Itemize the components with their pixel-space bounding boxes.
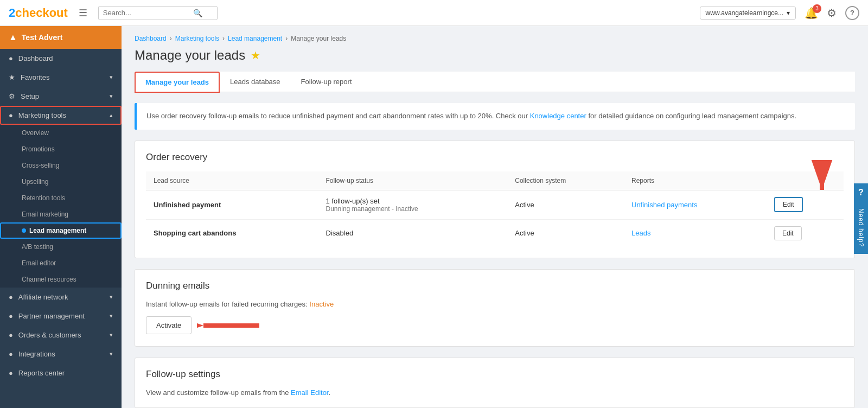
sidebar-item-setup[interactable]: ⚙ Setup ▾ — [0, 87, 122, 106]
report-unfinished: Unfinished payments — [624, 190, 767, 219]
info-text-after: for detailed guidance on configuring lea… — [586, 112, 796, 120]
app-logo: 2checkout — [9, 6, 68, 20]
breadcrumb-current: Manage your leads — [291, 35, 346, 42]
sidebar-sub-ab-testing[interactable]: A/B testing — [0, 239, 122, 255]
report-shopping-cart: Leads — [624, 219, 767, 247]
email-editor-link[interactable]: Email Editor — [291, 388, 328, 397]
lead-source-shopping-cart: Shopping cart abandons — [146, 219, 318, 247]
breadcrumb-lead-management[interactable]: Lead management — [228, 35, 282, 42]
sidebar-label-dashboard: Dashboard — [18, 54, 53, 62]
tab-manage-leads[interactable]: Manage your leads — [135, 72, 220, 93]
edit-button-unfinished[interactable]: Edit — [774, 197, 803, 212]
sidebar-item-favorites[interactable]: ★ Favorites ▾ — [0, 68, 122, 87]
sidebar-sub-email-marketing[interactable]: Email marketing — [0, 206, 122, 222]
sidebar-item-partner-management[interactable]: ● Partner management ▾ — [0, 307, 122, 326]
sidebar-sub-retention-tools[interactable]: Retention tools — [0, 190, 122, 206]
header-right: www.avangatelearningce... ▾ 🔔 3 ⚙ ? — [700, 6, 859, 20]
red-arrow-left-indicator — [197, 316, 262, 335]
sidebar-label-marketing-tools: Marketing tools — [18, 111, 66, 119]
report-link-unfinished-payments[interactable]: Unfinished payments — [631, 201, 697, 209]
sidebar-label-partner-management: Partner management — [18, 312, 85, 320]
dashboard-icon: ● — [9, 54, 13, 62]
edit-button-shopping-cart[interactable]: Edit — [774, 226, 802, 240]
main-content: Dashboard › Marketing tools › Lead manag… — [122, 26, 868, 408]
breadcrumb: Dashboard › Marketing tools › Lead manag… — [135, 35, 855, 42]
chevron-icon: ▾ — [110, 313, 113, 320]
knowledge-center-link[interactable]: Knowledge center — [530, 112, 586, 120]
sidebar-sub-lead-management[interactable]: Lead management — [0, 222, 122, 239]
tab-leads-database[interactable]: Leads database — [220, 72, 291, 92]
followup-line1: 1 follow-up(s) set — [326, 197, 500, 205]
lead-source-unfinished: Unfinished payment — [146, 190, 318, 219]
breadcrumb-dashboard[interactable]: Dashboard — [135, 35, 167, 42]
affiliate-icon: ● — [9, 293, 13, 301]
chevron-icon: ▾ — [110, 74, 113, 81]
settings-icon[interactable]: ⚙ — [827, 7, 837, 20]
activate-button[interactable]: Activate — [146, 316, 192, 334]
followup-status-shopping-cart: Disabled — [318, 219, 508, 247]
need-help-question-icon[interactable]: ? — [854, 183, 868, 202]
search-input[interactable] — [103, 9, 190, 17]
info-text-before: Use order recovery follow-up emails to r… — [146, 112, 530, 120]
dunning-description: Instant follow-up emails for failed recu… — [146, 300, 844, 308]
help-icon: ? — [850, 9, 854, 17]
setup-icon: ⚙ — [9, 92, 15, 100]
tabs-bar: Manage your leads Leads database Follow-… — [135, 72, 855, 92]
search-icon: 🔍 — [193, 9, 202, 17]
breadcrumb-sep2: › — [222, 35, 225, 42]
order-recovery-table: Lead source Follow-up status Collection … — [146, 171, 844, 247]
sidebar-sub-channel-resources[interactable]: Channel resources — [0, 271, 122, 288]
hamburger-menu[interactable]: ☰ — [79, 7, 87, 19]
breadcrumb-sep3: › — [285, 35, 288, 42]
favorites-icon: ★ — [9, 73, 15, 81]
need-help-tab[interactable]: Need help? — [854, 202, 868, 253]
followup-line2: Dunning management - Inactive — [326, 205, 500, 213]
breadcrumb-marketing-tools[interactable]: Marketing tools — [175, 35, 219, 42]
sidebar-sub-upselling[interactable]: Upselling — [0, 174, 122, 190]
notifications-button[interactable]: 🔔 3 — [805, 7, 818, 20]
sidebar-sub-cross-selling[interactable]: Cross-selling — [0, 157, 122, 174]
dunning-inactive-link[interactable]: Inactive — [309, 300, 334, 308]
followup-status-unfinished: 1 follow-up(s) set Dunning management - … — [318, 190, 508, 219]
sidebar-item-orders-customers[interactable]: ● Orders & customers ▾ — [0, 326, 122, 345]
orders-icon: ● — [9, 331, 13, 339]
red-arrow-down-indicator — [806, 160, 838, 198]
chevron-icon: ▾ — [110, 93, 113, 100]
chevron-icon: ▾ — [110, 350, 113, 358]
sidebar-item-reports-center[interactable]: ● Reports center — [0, 364, 122, 382]
account-icon: ▲ — [9, 33, 17, 42]
account-name: Test Advert — [22, 33, 62, 42]
col-reports: Reports — [624, 171, 767, 190]
followup-text-after: . — [328, 388, 330, 397]
col-lead-source: Lead source — [146, 171, 318, 190]
sidebar-sub-email-editor[interactable]: Email editor — [0, 255, 122, 271]
sidebar-label-affiliate-network: Affiliate network — [18, 293, 68, 301]
chevron-down-icon: ▾ — [787, 9, 790, 17]
sidebar-item-dashboard[interactable]: ● Dashboard — [0, 49, 122, 68]
sidebar-label-integrations: Integrations — [18, 350, 55, 358]
page-title-section: Manage your leads ★ — [135, 48, 855, 63]
sidebar-sub-promotions[interactable]: Promotions — [0, 141, 122, 157]
sidebar-item-marketing-tools[interactable]: ● Marketing tools ▴ — [0, 106, 122, 125]
page-title: Manage your leads — [135, 48, 245, 63]
help-button[interactable]: ? — [845, 6, 859, 20]
collection-shopping-cart: Active — [507, 219, 624, 247]
sidebar-account[interactable]: ▲ Test Advert — [0, 26, 122, 49]
sidebar-item-affiliate-network[interactable]: ● Affiliate network ▾ — [0, 288, 122, 307]
sidebar-label-favorites: Favorites — [21, 73, 49, 81]
report-link-leads[interactable]: Leads — [631, 229, 650, 237]
sidebar-sub-overview[interactable]: Overview — [0, 125, 122, 141]
favorite-star-icon[interactable]: ★ — [251, 49, 260, 62]
top-header: 2checkout ☰ 🔍 www.avangatelearningce... … — [0, 0, 868, 26]
info-box: Use order recovery follow-up emails to r… — [135, 103, 855, 130]
col-followup-status: Follow-up status — [318, 171, 508, 190]
collection-unfinished: Active — [507, 190, 624, 219]
dunning-text-before: Instant follow-up emails for failed recu… — [146, 300, 309, 308]
domain-selector[interactable]: www.avangatelearningce... ▾ — [700, 7, 796, 20]
sidebar-item-integrations[interactable]: ● Integrations ▾ — [0, 345, 122, 364]
search-bar: 🔍 — [98, 6, 218, 20]
tab-follow-up-report[interactable]: Follow-up report — [291, 72, 362, 92]
dunning-emails-section: Dunning emails Instant follow-up emails … — [135, 269, 855, 347]
integrations-icon: ● — [9, 350, 13, 358]
chevron-icon: ▴ — [110, 112, 113, 119]
